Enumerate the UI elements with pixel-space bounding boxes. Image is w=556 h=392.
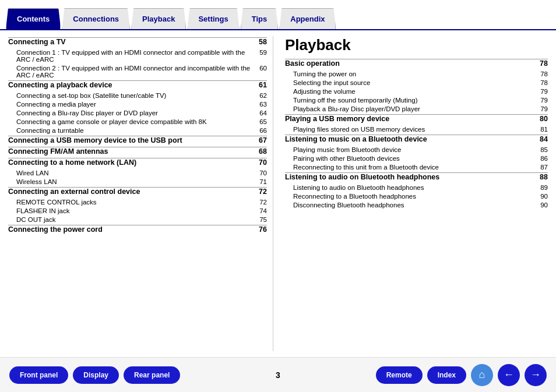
toc-item-text: DC OUT jack <box>16 216 255 223</box>
nav-left: Front panel Display Rear panel <box>9 366 180 384</box>
toc-item-text: Connecting a turntable <box>16 127 255 134</box>
tab-settings[interactable]: Settings <box>187 8 239 29</box>
left-toc-item: REMOTE CONTROL jacks72 <box>8 197 267 206</box>
toc-item-text: Connecting a game console or player devi… <box>16 118 255 125</box>
toc-item-page: 64 <box>255 110 267 116</box>
right-toc-item: Playback a Blu-ray Disc player/DVD playe… <box>285 104 548 113</box>
toc-section-header: Connecting a TV58 <box>8 37 267 47</box>
toc-item-text: Connecting a Blu-ray Disc player or DVD … <box>16 110 255 116</box>
forward-button[interactable]: → <box>525 364 547 386</box>
toc-section-header: Connecting the power cord76 <box>8 225 267 235</box>
toc-item-text: Connection 1 : TV equipped with an HDMI … <box>16 49 255 63</box>
right-toc-item: Pairing with other Bluetooth devices86 <box>285 154 548 163</box>
left-toc-item: Connecting a turntable66 <box>8 126 267 135</box>
left-toc-item: Wired LAN70 <box>8 168 267 177</box>
left-toc-item: Connecting a Blu-ray Disc player or DVD … <box>8 108 267 117</box>
tab-contents[interactable]: Contents <box>6 8 61 29</box>
toc-item-page: 62 <box>255 92 267 99</box>
left-toc-item: Connection 1 : TV equipped with an HDMI … <box>8 48 267 63</box>
right-toc-section-header: Basic operation78 <box>285 59 548 69</box>
toc-item-text: FLASHER IN jack <box>16 207 255 214</box>
right-toc-item: Reconnecting to this unit from a Bluetoo… <box>285 163 548 171</box>
right-toc-item: Turning the power on78 <box>285 69 548 78</box>
page-number: 3 <box>276 370 280 380</box>
tab-connections[interactable]: Connections <box>62 8 130 29</box>
right-toc-item: Playing music from Bluetooth device85 <box>285 145 548 154</box>
back-button[interactable]: ← <box>498 364 520 386</box>
right-toc-item: Listening to audio on Bluetooth headphon… <box>285 183 548 192</box>
forward-arrow-icon: → <box>530 369 541 381</box>
index-button[interactable]: Index <box>427 366 466 384</box>
front-panel-button[interactable]: Front panel <box>9 366 68 384</box>
back-arrow-icon: ← <box>504 369 514 381</box>
right-toc-item: Turning off the sound temporarily (Mutin… <box>285 96 548 104</box>
nav-right: Remote Index ⌂ ← → <box>376 364 547 386</box>
toc-item-page: 63 <box>255 101 267 108</box>
bottom-nav: Front panel Display Rear panel 3 Remote … <box>0 357 556 392</box>
right-toc-item: Disconnecting Bluetooth headphones90 <box>285 200 548 209</box>
toc-section-header: Connecting an external control device72 <box>8 187 267 197</box>
toc-item-page: 74 <box>255 207 267 214</box>
toc-item-page: 71 <box>255 178 267 185</box>
left-toc-item: Connecting a game console or player devi… <box>8 117 267 126</box>
toc-item-text: Connecting a media player <box>16 101 255 108</box>
tab-appendix[interactable]: Appendix <box>279 8 336 29</box>
tabs-bar: Contents Connections Playback Settings T… <box>0 0 556 30</box>
toc-section-header: Connecting FM/AM antennas68 <box>8 147 267 157</box>
content-area: Connecting a TV58Connection 1 : TV equip… <box>0 30 556 357</box>
remote-button[interactable]: Remote <box>376 366 423 384</box>
toc-section-header: Connecting a USB memory device to the US… <box>8 136 267 146</box>
right-toc-item: Adjusting the volume79 <box>285 87 548 96</box>
toc-item-page: 70 <box>255 169 267 176</box>
rear-panel-button[interactable]: Rear panel <box>124 366 180 384</box>
toc-item-text: Wired LAN <box>16 169 255 176</box>
right-column: Playback Basic operation78Turning the po… <box>285 36 548 351</box>
toc-item-page: 65 <box>255 118 267 125</box>
left-column: Connecting a TV58Connection 1 : TV equip… <box>8 36 273 351</box>
home-icon: ⌂ <box>479 369 485 381</box>
toc-section-header: Connecting a playback device61 <box>8 80 267 90</box>
left-toc-item: Wireless LAN71 <box>8 177 267 186</box>
left-toc-item: Connecting a set-top box (Satellite tune… <box>8 91 267 100</box>
right-toc-item: Reconnecting to a Bluetooth headphones90 <box>285 192 548 200</box>
toc-item-text: REMOTE CONTROL jacks <box>16 199 255 206</box>
playback-heading: Playback <box>285 36 548 54</box>
display-button[interactable]: Display <box>73 366 119 384</box>
right-toc-item: Selecting the input source78 <box>285 78 548 87</box>
tab-playback[interactable]: Playback <box>131 8 186 29</box>
right-toc-section-header: Listening to audio on Bluetooth headphon… <box>285 172 548 182</box>
toc-item-page: 59 <box>255 49 267 63</box>
left-toc-item: FLASHER IN jack74 <box>8 206 267 215</box>
right-toc-section-header: Listening to music on a Bluetooth device… <box>285 135 548 144</box>
toc-section-header: Connecting to a home network (LAN)70 <box>8 158 267 168</box>
toc-item-page: 60 <box>255 65 267 79</box>
right-toc-item: Playing files stored on USB memory devic… <box>285 125 548 133</box>
toc-item-page: 72 <box>255 199 267 206</box>
left-toc-item: Connecting a media player63 <box>8 100 267 108</box>
right-toc-section-header: Playing a USB memory device80 <box>285 114 548 124</box>
tab-tips[interactable]: Tips <box>241 8 279 29</box>
left-toc-item: DC OUT jack75 <box>8 215 267 224</box>
toc-item-text: Connecting a set-top box (Satellite tune… <box>16 92 255 99</box>
toc-item-page: 75 <box>255 216 267 223</box>
toc-item-page: 66 <box>255 127 267 134</box>
home-button[interactable]: ⌂ <box>471 364 493 386</box>
toc-item-text: Connection 2 : TV equipped with an HDMI … <box>16 65 255 79</box>
left-toc-item: Connection 2 : TV equipped with an HDMI … <box>8 63 267 79</box>
toc-item-text: Wireless LAN <box>16 178 255 185</box>
